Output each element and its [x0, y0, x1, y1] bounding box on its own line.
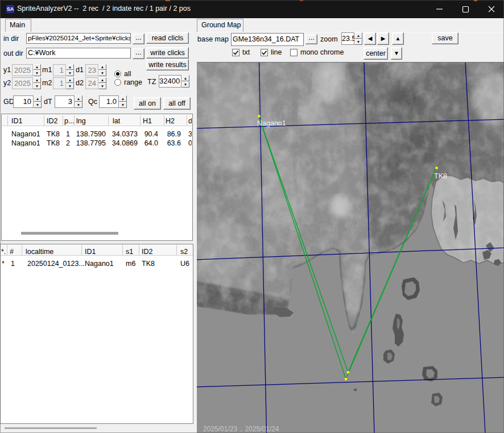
- svg-text:p...: p...: [64, 117, 74, 125]
- svg-text:138.7795: 138.7795: [76, 139, 106, 147]
- svg-text:64.0: 64.0: [144, 139, 158, 147]
- svg-text:86.9: 86.9: [167, 130, 181, 138]
- svg-text:U6: U6: [180, 260, 189, 268]
- svg-text:#: #: [10, 248, 14, 256]
- svg-text:90.4: 90.4: [144, 130, 158, 138]
- svg-text:TK8: TK8: [434, 172, 447, 180]
- svg-text:s2: s2: [180, 248, 188, 256]
- svg-text:2: 2: [66, 139, 70, 147]
- svg-text:3: 3: [188, 130, 192, 138]
- svg-text:34.0373: 34.0373: [112, 130, 138, 138]
- svg-text:lng: lng: [76, 117, 86, 125]
- svg-text:ID1: ID1: [85, 248, 96, 256]
- svg-text:TK8: TK8: [47, 130, 60, 138]
- svg-text:d: d: [188, 117, 192, 125]
- svg-text:m6: m6: [126, 260, 135, 268]
- svg-text:*.: *.: [1, 248, 6, 256]
- svg-text:Nagano1: Nagano1: [257, 119, 286, 127]
- svg-text:s1: s1: [126, 248, 133, 256]
- svg-text:TK8: TK8: [142, 260, 155, 268]
- svg-text:34.0869: 34.0869: [112, 139, 138, 147]
- svg-text:Nagano1: Nagano1: [11, 139, 40, 147]
- svg-text:H1: H1: [143, 117, 152, 125]
- svg-text:Nagano1: Nagano1: [85, 260, 114, 268]
- svg-text:138.7590: 138.7590: [76, 130, 106, 138]
- svg-text:*: *: [2, 260, 5, 268]
- svg-text:Nagano1: Nagano1: [11, 130, 40, 138]
- svg-text:1: 1: [11, 260, 15, 268]
- svg-text:ID2: ID2: [47, 117, 58, 125]
- svg-text:TK8: TK8: [47, 139, 60, 147]
- svg-text:H2: H2: [166, 117, 175, 125]
- svg-text:63.6: 63.6: [167, 139, 181, 147]
- svg-text:lat: lat: [113, 117, 121, 125]
- svg-text:ID1: ID1: [11, 117, 23, 125]
- svg-text:ID2: ID2: [142, 248, 153, 256]
- svg-text:1: 1: [66, 130, 70, 138]
- svg-text:2025/01/23 .. 2025/01/24: 2025/01/23 .. 2025/01/24: [203, 425, 279, 433]
- svg-text:0: 0: [188, 139, 192, 147]
- svg-text:20250124_0123...: 20250124_0123...: [27, 260, 85, 268]
- svg-text:localtime: localtime: [26, 248, 53, 256]
